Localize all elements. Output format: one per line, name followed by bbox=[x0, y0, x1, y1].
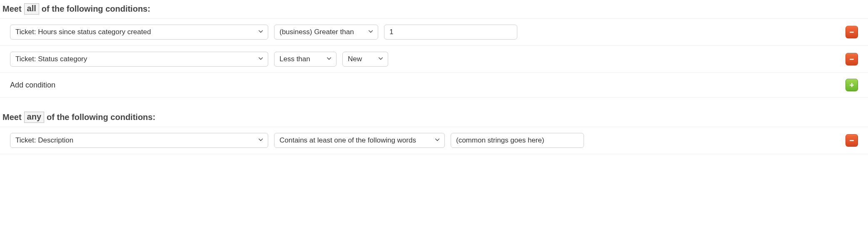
minus-icon bbox=[848, 137, 855, 144]
chevron-down-icon bbox=[326, 55, 332, 63]
chevron-down-icon bbox=[378, 55, 384, 63]
quantifier-all: all bbox=[24, 3, 39, 15]
svg-rect-0 bbox=[850, 32, 854, 32]
select-value: Ticket: Hours since status category crea… bbox=[15, 28, 151, 36]
chevron-down-icon bbox=[434, 136, 440, 145]
svg-rect-4 bbox=[850, 140, 854, 141]
minus-icon bbox=[848, 29, 855, 35]
condition-field-select[interactable]: Ticket: Hours since status category crea… bbox=[10, 25, 268, 40]
condition-row: Ticket: Hours since status category crea… bbox=[0, 18, 868, 46]
condition-row: Ticket: Status category Less than New bbox=[0, 45, 868, 73]
remove-condition-button[interactable] bbox=[846, 26, 858, 38]
add-condition-button[interactable] bbox=[846, 79, 858, 91]
chevron-down-icon bbox=[368, 28, 374, 36]
header-pre-text: Meet bbox=[2, 4, 22, 14]
header-pre-text: Meet bbox=[2, 112, 22, 122]
remove-condition-button[interactable] bbox=[846, 134, 858, 147]
select-value: Less than bbox=[279, 55, 310, 63]
conditions-any-header: Meet any of the following conditions: bbox=[0, 108, 868, 127]
remove-condition-button[interactable] bbox=[846, 53, 858, 65]
chevron-down-icon bbox=[258, 55, 264, 63]
header-post-text: of the following conditions: bbox=[47, 112, 155, 122]
condition-value-input[interactable] bbox=[384, 25, 517, 40]
condition-operator-select[interactable]: (business) Greater than bbox=[274, 25, 378, 40]
plus-icon bbox=[848, 82, 855, 88]
select-value: Ticket: Status category bbox=[15, 55, 87, 63]
header-post-text: of the following conditions: bbox=[42, 4, 150, 14]
select-value: New bbox=[348, 55, 362, 63]
condition-field-select[interactable]: Ticket: Description bbox=[10, 133, 268, 148]
select-value: Contains at least one of the following w… bbox=[279, 136, 416, 145]
svg-rect-1 bbox=[850, 59, 854, 60]
condition-field-select[interactable]: Ticket: Status category bbox=[10, 52, 268, 67]
condition-value-input[interactable] bbox=[451, 133, 584, 148]
chevron-down-icon bbox=[258, 28, 264, 36]
add-condition-row: Add condition bbox=[0, 72, 868, 98]
svg-rect-3 bbox=[850, 85, 854, 85]
quantifier-any: any bbox=[24, 112, 44, 123]
add-condition-label: Add condition bbox=[10, 81, 55, 90]
conditions-all-header: Meet all of the following conditions: bbox=[0, 0, 868, 19]
condition-operator-select[interactable]: Contains at least one of the following w… bbox=[274, 133, 445, 148]
chevron-down-icon bbox=[258, 136, 264, 145]
select-value: (business) Greater than bbox=[279, 28, 354, 36]
condition-value-select[interactable]: New bbox=[342, 52, 388, 67]
select-value: Ticket: Description bbox=[15, 136, 73, 145]
condition-row: Ticket: Description Contains at least on… bbox=[0, 127, 868, 154]
minus-icon bbox=[848, 56, 855, 62]
condition-operator-select[interactable]: Less than bbox=[274, 52, 337, 67]
